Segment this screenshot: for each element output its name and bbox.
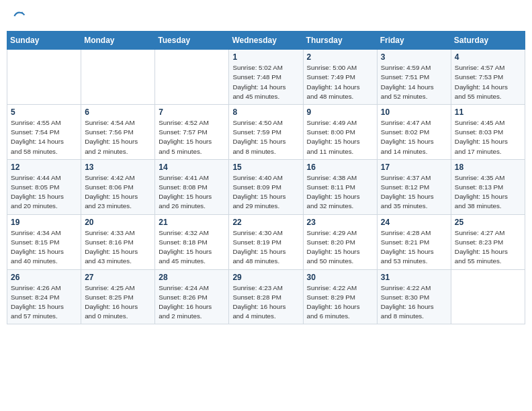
calendar-cell: 21Sunrise: 4:32 AM Sunset: 8:18 PM Dayli… <box>155 214 229 269</box>
calendar-cell: 5Sunrise: 4:55 AM Sunset: 7:54 PM Daylig… <box>7 105 81 160</box>
day-info: Sunrise: 4:28 AM Sunset: 8:21 PM Dayligh… <box>381 228 447 267</box>
calendar-cell: 10Sunrise: 4:47 AM Sunset: 8:02 PM Dayli… <box>377 105 451 160</box>
weekday-header-monday: Monday <box>81 32 155 50</box>
weekday-header-saturday: Saturday <box>451 32 525 50</box>
calendar-cell: 18Sunrise: 4:35 AM Sunset: 8:13 PM Dayli… <box>451 159 525 214</box>
day-info: Sunrise: 4:55 AM Sunset: 7:54 PM Dayligh… <box>11 118 77 156</box>
day-info: Sunrise: 4:35 AM Sunset: 8:13 PM Dayligh… <box>455 173 521 212</box>
day-number: 1 <box>232 52 299 62</box>
day-info: Sunrise: 4:27 AM Sunset: 8:23 PM Dayligh… <box>455 228 521 267</box>
day-number: 2 <box>307 52 373 62</box>
calendar-week-4: 19Sunrise: 4:34 AM Sunset: 8:15 PM Dayli… <box>7 214 525 269</box>
day-info: Sunrise: 4:25 AM Sunset: 8:25 PM Dayligh… <box>85 283 151 322</box>
calendar-header-row: SundayMondayTuesdayWednesdayThursdayFrid… <box>7 32 525 50</box>
calendar-cell: 4Sunrise: 4:57 AM Sunset: 7:53 PM Daylig… <box>451 50 525 105</box>
calendar-cell: 27Sunrise: 4:25 AM Sunset: 8:25 PM Dayli… <box>81 269 155 324</box>
weekday-header-thursday: Thursday <box>303 32 377 50</box>
calendar-cell: 15Sunrise: 4:40 AM Sunset: 8:09 PM Dayli… <box>229 159 303 214</box>
day-number: 25 <box>455 218 521 227</box>
day-number: 7 <box>159 107 225 117</box>
day-info: Sunrise: 4:44 AM Sunset: 8:05 PM Dayligh… <box>11 173 77 212</box>
day-info: Sunrise: 5:02 AM Sunset: 7:48 PM Dayligh… <box>232 63 299 101</box>
page-header <box>7 7 525 26</box>
day-info: Sunrise: 4:41 AM Sunset: 8:08 PM Dayligh… <box>159 173 225 212</box>
day-info: Sunrise: 4:59 AM Sunset: 7:51 PM Dayligh… <box>381 63 447 101</box>
day-info: Sunrise: 4:37 AM Sunset: 8:12 PM Dayligh… <box>381 173 447 212</box>
day-number: 14 <box>159 163 225 172</box>
day-number: 11 <box>455 107 521 117</box>
day-number: 12 <box>11 163 77 172</box>
calendar-cell: 9Sunrise: 4:49 AM Sunset: 8:00 PM Daylig… <box>303 105 377 160</box>
calendar-cell: 12Sunrise: 4:44 AM Sunset: 8:05 PM Dayli… <box>7 159 81 214</box>
day-info: Sunrise: 4:22 AM Sunset: 8:29 PM Dayligh… <box>307 283 373 322</box>
calendar-cell: 23Sunrise: 4:29 AM Sunset: 8:20 PM Dayli… <box>303 214 377 269</box>
day-number: 24 <box>381 218 447 227</box>
day-info: Sunrise: 4:52 AM Sunset: 7:57 PM Dayligh… <box>159 118 225 156</box>
day-info: Sunrise: 4:22 AM Sunset: 8:30 PM Dayligh… <box>381 283 447 322</box>
calendar-cell: 16Sunrise: 4:38 AM Sunset: 8:11 PM Dayli… <box>303 159 377 214</box>
calendar-week-5: 26Sunrise: 4:26 AM Sunset: 8:24 PM Dayli… <box>7 269 525 324</box>
day-info: Sunrise: 4:57 AM Sunset: 7:53 PM Dayligh… <box>455 63 521 101</box>
day-number: 27 <box>85 273 151 282</box>
weekday-header-friday: Friday <box>377 32 451 50</box>
weekday-header-sunday: Sunday <box>7 32 81 50</box>
day-info: Sunrise: 4:29 AM Sunset: 8:20 PM Dayligh… <box>307 228 373 267</box>
calendar-cell: 14Sunrise: 4:41 AM Sunset: 8:08 PM Dayli… <box>155 159 229 214</box>
day-info: Sunrise: 4:42 AM Sunset: 8:06 PM Dayligh… <box>85 173 151 212</box>
day-info: Sunrise: 4:24 AM Sunset: 8:26 PM Dayligh… <box>159 283 225 322</box>
calendar-body: 1Sunrise: 5:02 AM Sunset: 7:48 PM Daylig… <box>7 50 525 324</box>
day-number: 31 <box>381 273 447 282</box>
calendar-cell: 29Sunrise: 4:23 AM Sunset: 8:28 PM Dayli… <box>229 269 303 324</box>
calendar-week-2: 5Sunrise: 4:55 AM Sunset: 7:54 PM Daylig… <box>7 105 525 160</box>
weekday-header-wednesday: Wednesday <box>229 32 303 50</box>
day-number: 22 <box>232 218 299 227</box>
day-info: Sunrise: 4:38 AM Sunset: 8:11 PM Dayligh… <box>307 173 373 212</box>
calendar-cell: 19Sunrise: 4:34 AM Sunset: 8:15 PM Dayli… <box>7 214 81 269</box>
day-info: Sunrise: 4:26 AM Sunset: 8:24 PM Dayligh… <box>11 283 77 322</box>
day-number: 5 <box>11 107 77 117</box>
day-number: 15 <box>232 163 299 172</box>
calendar-cell: 25Sunrise: 4:27 AM Sunset: 8:23 PM Dayli… <box>451 214 525 269</box>
day-info: Sunrise: 4:47 AM Sunset: 8:02 PM Dayligh… <box>381 118 447 156</box>
logo <box>11 9 26 23</box>
calendar-cell: 26Sunrise: 4:26 AM Sunset: 8:24 PM Dayli… <box>7 269 81 324</box>
day-number: 18 <box>455 163 521 172</box>
day-number: 9 <box>307 107 373 117</box>
weekday-header-tuesday: Tuesday <box>155 32 229 50</box>
calendar-cell: 20Sunrise: 4:33 AM Sunset: 8:16 PM Dayli… <box>81 214 155 269</box>
calendar-cell: 30Sunrise: 4:22 AM Sunset: 8:29 PM Dayli… <box>303 269 377 324</box>
day-number: 16 <box>307 163 373 172</box>
day-number: 20 <box>85 218 151 227</box>
calendar-table: SundayMondayTuesdayWednesdayThursdayFrid… <box>7 31 525 324</box>
day-number: 26 <box>11 273 77 282</box>
logo-icon <box>12 9 26 23</box>
calendar-cell: 13Sunrise: 4:42 AM Sunset: 8:06 PM Dayli… <box>81 159 155 214</box>
day-info: Sunrise: 4:45 AM Sunset: 8:03 PM Dayligh… <box>455 118 521 156</box>
day-info: Sunrise: 4:30 AM Sunset: 8:19 PM Dayligh… <box>232 228 299 267</box>
day-info: Sunrise: 4:50 AM Sunset: 7:59 PM Dayligh… <box>232 118 299 156</box>
day-number: 28 <box>159 273 225 282</box>
calendar-cell <box>451 269 525 324</box>
calendar-cell <box>81 50 155 105</box>
calendar-cell: 2Sunrise: 5:00 AM Sunset: 7:49 PM Daylig… <box>303 50 377 105</box>
day-info: Sunrise: 4:54 AM Sunset: 7:56 PM Dayligh… <box>85 118 151 156</box>
calendar-cell: 3Sunrise: 4:59 AM Sunset: 7:51 PM Daylig… <box>377 50 451 105</box>
calendar-cell: 17Sunrise: 4:37 AM Sunset: 8:12 PM Dayli… <box>377 159 451 214</box>
day-info: Sunrise: 4:33 AM Sunset: 8:16 PM Dayligh… <box>85 228 151 267</box>
calendar-cell: 22Sunrise: 4:30 AM Sunset: 8:19 PM Dayli… <box>229 214 303 269</box>
day-number: 30 <box>307 273 373 282</box>
calendar-cell: 6Sunrise: 4:54 AM Sunset: 7:56 PM Daylig… <box>81 105 155 160</box>
calendar-cell <box>7 50 81 105</box>
day-info: Sunrise: 4:40 AM Sunset: 8:09 PM Dayligh… <box>232 173 299 212</box>
day-number: 4 <box>455 52 521 62</box>
day-number: 3 <box>381 52 447 62</box>
day-number: 6 <box>85 107 151 117</box>
calendar-week-3: 12Sunrise: 4:44 AM Sunset: 8:05 PM Dayli… <box>7 159 525 214</box>
calendar-cell: 28Sunrise: 4:24 AM Sunset: 8:26 PM Dayli… <box>155 269 229 324</box>
day-number: 21 <box>159 218 225 227</box>
calendar-cell: 7Sunrise: 4:52 AM Sunset: 7:57 PM Daylig… <box>155 105 229 160</box>
calendar-cell <box>155 50 229 105</box>
day-info: Sunrise: 4:23 AM Sunset: 8:28 PM Dayligh… <box>232 283 299 322</box>
day-number: 10 <box>381 107 447 117</box>
day-number: 19 <box>11 218 77 227</box>
